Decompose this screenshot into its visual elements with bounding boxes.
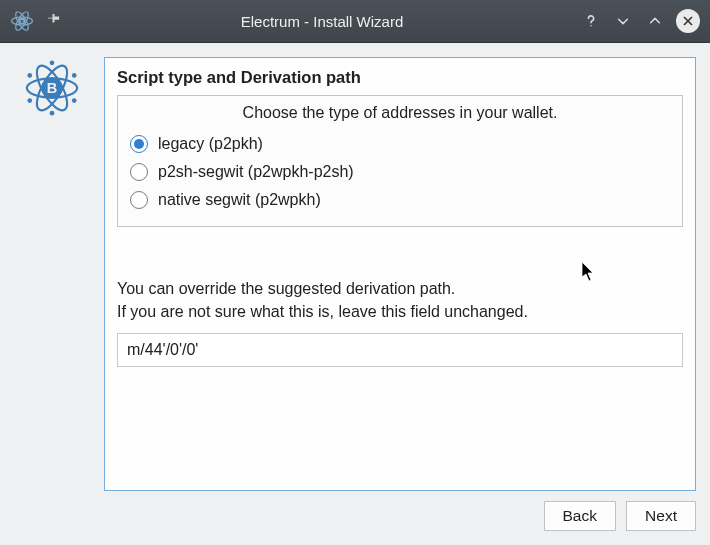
next-button[interactable]: Next xyxy=(626,501,696,531)
titlebar: B Electrum - Install Wizard xyxy=(0,0,710,42)
window-title: Electrum - Install Wizard xyxy=(64,13,580,30)
close-icon[interactable] xyxy=(676,9,700,33)
pin-icon[interactable] xyxy=(42,10,64,32)
radio-label: legacy (p2pkh) xyxy=(158,135,263,153)
svg-point-14 xyxy=(27,98,32,103)
back-button[interactable]: Back xyxy=(544,501,616,531)
titlebar-left: B xyxy=(10,9,64,33)
hint-line-2: If you are not sure what this is, leave … xyxy=(117,300,683,323)
window: B Electrum - Install Wizard xyxy=(0,0,710,545)
script-type-group: Choose the type of addresses in your wal… xyxy=(117,95,683,227)
button-row: Back Next xyxy=(14,491,696,531)
logo-column: B xyxy=(14,57,90,491)
svg-point-11 xyxy=(27,73,32,78)
panel-heading: Script type and Derivation path xyxy=(117,68,683,87)
svg-text:B: B xyxy=(20,19,23,24)
hint-text: You can override the suggested derivatio… xyxy=(117,277,683,323)
maximize-icon[interactable] xyxy=(644,10,666,32)
content-row: B Script type and Derivation path Choose… xyxy=(14,57,696,491)
radio-p2sh-segwit[interactable]: p2sh-segwit (p2wpkh-p2sh) xyxy=(128,158,672,186)
radio-indicator-icon xyxy=(130,191,148,209)
titlebar-controls xyxy=(580,9,700,33)
svg-point-13 xyxy=(72,73,77,78)
spacer xyxy=(117,227,683,277)
hint-line-1: You can override the suggested derivatio… xyxy=(117,277,683,300)
radio-native-segwit[interactable]: native segwit (p2wpkh) xyxy=(128,186,672,214)
radio-indicator-icon xyxy=(130,163,148,181)
main-panel: Script type and Derivation path Choose t… xyxy=(104,57,696,491)
radio-legacy[interactable]: legacy (p2pkh) xyxy=(128,130,672,158)
help-icon[interactable] xyxy=(580,10,602,32)
derivation-path-input[interactable] xyxy=(117,333,683,367)
dialog-body: B Script type and Derivation path Choose… xyxy=(0,42,710,545)
svg-point-10 xyxy=(50,111,55,116)
radio-indicator-icon xyxy=(130,135,148,153)
svg-point-12 xyxy=(72,98,77,103)
radio-label: p2sh-segwit (p2wpkh-p2sh) xyxy=(158,163,354,181)
svg-point-5 xyxy=(590,25,592,27)
group-label: Choose the type of addresses in your wal… xyxy=(128,104,672,122)
svg-text:B: B xyxy=(47,80,57,96)
app-icon: B xyxy=(10,9,34,33)
svg-point-9 xyxy=(50,61,55,66)
minimize-icon[interactable] xyxy=(612,10,634,32)
radio-label: native segwit (p2wpkh) xyxy=(158,191,321,209)
electrum-logo-icon: B xyxy=(23,59,81,117)
